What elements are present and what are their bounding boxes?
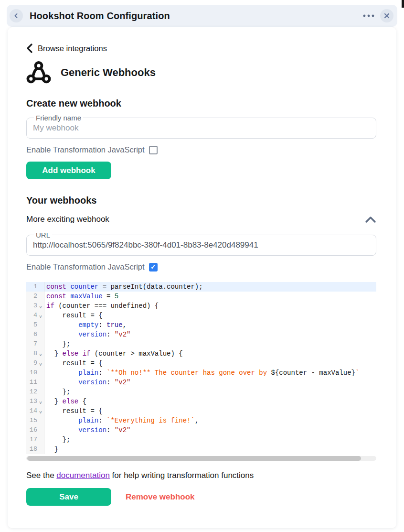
save-button[interactable]: Save bbox=[26, 488, 111, 506]
code-line[interactable]: 5 empty: true, bbox=[26, 320, 376, 330]
documentation-link[interactable]: documentation bbox=[56, 471, 110, 480]
help-prefix: See the bbox=[26, 471, 56, 480]
overflow-menu-button[interactable] bbox=[363, 14, 374, 17]
create-webhook-heading: Create new webhook bbox=[26, 98, 376, 109]
help-suffix: for help writing transformation function… bbox=[110, 471, 254, 480]
code-line[interactable]: 8v } else if (counter > maxValue) { bbox=[26, 349, 376, 358]
webhook-transform-row: Enable Transformation JavaScript ✓ bbox=[26, 262, 376, 271]
fold-marker-icon[interactable]: v bbox=[37, 358, 44, 369]
transform-checkbox[interactable] bbox=[149, 146, 158, 154]
fold-marker-icon[interactable] bbox=[37, 381, 44, 384]
remove-webhook-button[interactable]: Remove webhook bbox=[126, 492, 195, 502]
friendly-name-label: Friendly name bbox=[34, 114, 83, 122]
code-line[interactable]: 18 } bbox=[26, 445, 376, 454]
code-line[interactable]: 11 version: "v2" bbox=[26, 378, 376, 387]
browse-integrations-link[interactable]: Browse integrations bbox=[26, 43, 107, 53]
url-field[interactable]: URL http://localhost:5065/9f824bbc-380f-… bbox=[26, 231, 376, 256]
fold-marker-icon[interactable] bbox=[37, 429, 44, 432]
code-line[interactable]: 9v result = { bbox=[26, 358, 376, 368]
fold-marker-icon[interactable] bbox=[37, 439, 44, 441]
modal-header: Hookshot Room Configuration bbox=[7, 5, 397, 27]
scrollbar-fragment bbox=[402, 0, 404, 8]
content-card: Browse integrations Generic Webhooks Cre… bbox=[8, 27, 396, 528]
fold-marker-icon[interactable] bbox=[37, 420, 44, 422]
code-line[interactable]: 3vif (counter === undefined) { bbox=[26, 301, 376, 311]
line-number-gutter: 1 bbox=[26, 282, 44, 292]
code-line[interactable]: 15 plain: `*Everything is fine!`, bbox=[26, 416, 376, 425]
fold-marker-icon[interactable] bbox=[37, 334, 44, 336]
code-line[interactable]: 7 }; bbox=[26, 339, 376, 349]
fold-marker-icon[interactable] bbox=[37, 372, 44, 374]
line-number-gutter: 14v bbox=[26, 406, 44, 416]
url-label: URL bbox=[34, 231, 52, 239]
code-line[interactable]: 6 version: "v2" bbox=[26, 330, 376, 339]
line-number-gutter: 5 bbox=[26, 320, 44, 330]
scrollbar-thumb[interactable] bbox=[27, 456, 361, 461]
code-line[interactable]: 13v } else { bbox=[26, 397, 376, 406]
chevron-left-icon bbox=[26, 43, 32, 53]
transform-label: Enable Transformation JavaScript bbox=[26, 145, 145, 154]
close-button[interactable] bbox=[380, 9, 393, 22]
friendly-name-placeholder: My webhook bbox=[33, 123, 370, 133]
chevron-up-icon[interactable] bbox=[365, 216, 376, 223]
fold-marker-icon[interactable] bbox=[37, 295, 44, 298]
code-line[interactable]: 14v result = { bbox=[26, 406, 376, 416]
fold-marker-icon[interactable] bbox=[37, 324, 44, 326]
code-line[interactable]: 17 }; bbox=[26, 435, 376, 445]
url-value: http://localhost:5065/9f824bbc-380f-4d01… bbox=[33, 240, 370, 250]
modal-title: Hookshot Room Configuration bbox=[30, 11, 170, 22]
line-number-gutter: 11 bbox=[26, 378, 44, 387]
webhook-transform-checkbox[interactable]: ✓ bbox=[149, 263, 158, 271]
code-line[interactable]: 4v result = { bbox=[26, 311, 376, 320]
line-number-gutter: 18 bbox=[26, 445, 44, 454]
code-line[interactable]: 1const counter = parseInt(data.counter); bbox=[26, 282, 376, 292]
webhook-name: More exciting webhook bbox=[26, 215, 109, 224]
fold-marker-icon[interactable]: v bbox=[37, 405, 44, 417]
line-number-gutter: 17 bbox=[26, 435, 44, 445]
code-line[interactable]: 12 }; bbox=[26, 387, 376, 397]
webhook-expander[interactable]: More exciting webhook bbox=[26, 215, 376, 224]
fold-marker-icon[interactable] bbox=[37, 286, 44, 288]
code-editor[interactable]: 1const counter = parseInt(data.counter);… bbox=[26, 280, 376, 461]
line-number-gutter: 10 bbox=[26, 368, 44, 378]
fold-marker-icon[interactable] bbox=[37, 343, 44, 346]
code-lines[interactable]: 1const counter = parseInt(data.counter);… bbox=[26, 280, 376, 454]
code-line[interactable]: 2const maxValue = 5 bbox=[26, 292, 376, 301]
overflow-dots-icon bbox=[363, 14, 374, 17]
integration-header: Generic Webhooks bbox=[26, 60, 376, 86]
add-webhook-button[interactable]: Add webhook bbox=[26, 162, 111, 179]
webhook-transform-label: Enable Transformation JavaScript bbox=[26, 262, 145, 271]
line-number-gutter: 4v bbox=[26, 311, 44, 320]
back-button[interactable] bbox=[10, 9, 23, 22]
fold-marker-icon[interactable] bbox=[37, 391, 44, 393]
chevron-left-icon bbox=[13, 12, 20, 19]
action-buttons: Save Remove webhook bbox=[26, 488, 376, 506]
your-webhooks-heading: Your webhooks bbox=[26, 195, 376, 206]
integration-title: Generic Webhooks bbox=[61, 66, 156, 79]
close-icon bbox=[384, 13, 390, 19]
line-number-gutter: 15 bbox=[26, 416, 44, 425]
fold-marker-icon[interactable]: v bbox=[37, 310, 44, 322]
code-line[interactable]: 16 version: "v2" bbox=[26, 425, 376, 435]
browse-integrations-label: Browse integrations bbox=[38, 44, 107, 53]
editor-horizontal-scrollbar[interactable] bbox=[26, 456, 376, 461]
help-text: See the documentation for help writing t… bbox=[26, 471, 376, 480]
line-number-gutter: 16 bbox=[26, 425, 44, 435]
code-line[interactable]: 10 plain: `**Oh no!** The counter has go… bbox=[26, 368, 376, 378]
webhook-icon bbox=[26, 60, 51, 86]
line-number-gutter: 9v bbox=[26, 358, 44, 368]
transform-row: Enable Transformation JavaScript bbox=[26, 145, 376, 154]
line-number-gutter: 6 bbox=[26, 330, 44, 339]
friendly-name-field[interactable]: Friendly name My webhook bbox=[26, 114, 376, 139]
fold-marker-icon[interactable] bbox=[37, 448, 44, 451]
